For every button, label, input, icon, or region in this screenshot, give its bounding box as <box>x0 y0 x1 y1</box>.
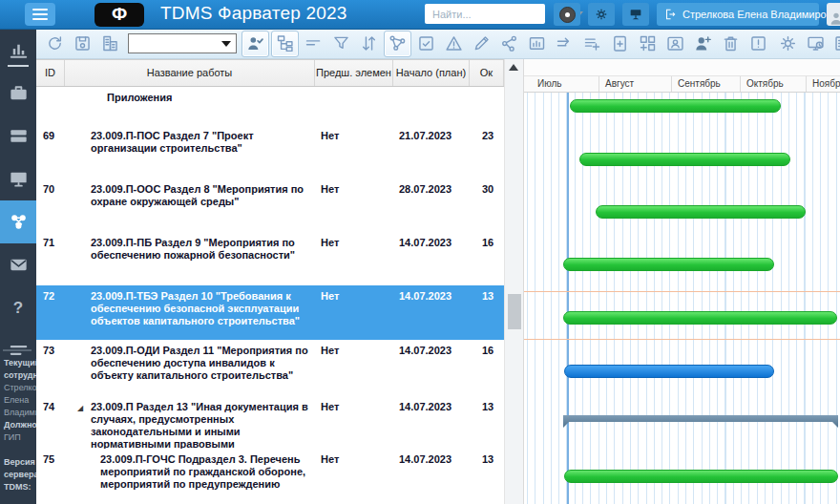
pencil-button[interactable] <box>469 32 494 56</box>
column-header[interactable]: Предш. элемен <box>315 60 393 86</box>
nodes-link-icon <box>388 33 408 53</box>
grid-plus-icon <box>638 33 658 53</box>
sidebar-item-monitor[interactable] <box>0 158 36 200</box>
cell-id: 74 <box>36 396 65 449</box>
sidebar-item-chart-bar[interactable] <box>0 29 36 72</box>
sidebar-info-line: Стрелкова <box>0 382 36 394</box>
chart-doc-button[interactable] <box>524 32 550 56</box>
person-check-icon <box>245 33 265 53</box>
settings-button[interactable] <box>588 3 615 26</box>
presentation-button[interactable] <box>622 3 649 26</box>
gantt-bar-task[interactable] <box>570 99 781 113</box>
save-button[interactable] <box>70 32 95 56</box>
gantt-bar-task[interactable] <box>596 205 806 219</box>
help-icon: ? <box>13 299 23 318</box>
logout-icon <box>663 8 677 21</box>
tdms-window: Ф TDMS Фарватер 2023 Стрелкова Елена Вла… <box>0 0 840 504</box>
gear-button[interactable] <box>775 32 801 56</box>
cell-predecessor: Нет <box>315 285 393 340</box>
filter-combobox[interactable] <box>128 33 237 53</box>
gantt-bar-task[interactable] <box>563 311 837 325</box>
sidebar-item-mail[interactable] <box>0 243 36 286</box>
cell-end-date: 13 <box>470 285 504 340</box>
buildings-button[interactable] <box>97 32 123 56</box>
table-row[interactable]: 7023.009.П-ООС Раздел 8 "Мероприятия по … <box>36 178 504 232</box>
table-row[interactable]: 7523.009.П-ГОЧС Подраздел 3. Перечень ме… <box>36 449 504 504</box>
scrollbar-thumb[interactable] <box>508 294 521 329</box>
column-header[interactable]: Название работы <box>65 60 315 86</box>
list-box-button[interactable] <box>830 32 840 56</box>
table-row[interactable]: 7223.009.П-ТБЭ Раздел 10 "Требования к о… <box>36 285 504 340</box>
cell-name: 23.009.П-ОДИ Раздел 11 "Мероприятия по о… <box>65 340 315 396</box>
table-row[interactable]: Приложения <box>36 87 504 125</box>
refresh-icon <box>45 33 65 53</box>
sidebar-info-line: ГИП <box>0 431 36 444</box>
cell-end-date <box>470 87 504 125</box>
doc-plus-button[interactable] <box>607 32 633 56</box>
cell-name: 23.009.П-ПОС Раздел 7 "Проект организаци… <box>65 125 315 178</box>
cell-id: 72 <box>36 285 65 340</box>
table-row[interactable]: 74◢23.009.П Раздел 13 "Иная документация… <box>36 396 504 449</box>
gantt-month-header: Сентябрь <box>671 76 740 92</box>
person-check-button[interactable] <box>242 31 269 57</box>
table-row[interactable]: 7123.009.П-ПБ Раздел 9 "Мероприятия по о… <box>36 232 504 285</box>
column-header[interactable]: Ок <box>470 60 504 86</box>
task-name-label: 23.009.П-ОДИ Раздел 11 "Мероприятия по о… <box>91 345 308 381</box>
trash-button[interactable] <box>718 32 744 56</box>
avatar[interactable] <box>827 3 840 26</box>
sidebar-info-line: сотрудник <box>0 369 36 382</box>
gantt-bar-task-active[interactable] <box>564 365 774 378</box>
table-header: IDНазвание работыПредш. элеменНачало (пл… <box>36 59 504 87</box>
table-vertical-scrollbar[interactable] <box>504 59 523 504</box>
arrows-right-button[interactable] <box>552 32 578 56</box>
gantt-pane: ИюльАвгустСентябрьОктябрьНоябрь <box>523 59 840 504</box>
align-lines-button[interactable] <box>301 32 326 56</box>
search-input[interactable] <box>425 9 572 20</box>
sort-icon <box>359 33 379 53</box>
monitor-clock-button[interactable] <box>803 32 829 56</box>
task-name-label: 23.009.П-ГОЧС Подраздел 3. Перечень меро… <box>100 453 305 490</box>
sidebar-item-nodes[interactable] <box>0 200 36 243</box>
toolbar <box>36 29 840 59</box>
table-row[interactable]: 6923.009.П-ПОС Раздел 7 "Проект организа… <box>36 125 504 178</box>
cell-id: 73 <box>36 340 65 396</box>
hierarchy-button[interactable] <box>271 31 299 57</box>
record-button[interactable] <box>554 3 580 26</box>
sidebar-item-briefcase[interactable] <box>0 72 36 115</box>
nodes-link-button[interactable] <box>384 31 411 57</box>
hamburger-menu-button[interactable] <box>25 3 55 26</box>
sidebar-item-help[interactable]: ? <box>0 286 36 329</box>
grid-plus-button[interactable] <box>635 32 661 56</box>
table-row[interactable]: 7323.009.П-ОДИ Раздел 11 "Мероприятия по… <box>36 340 504 396</box>
clipboard-check-button[interactable] <box>413 32 439 56</box>
app-title: TDMS Фарватер 2023 <box>160 3 346 24</box>
gantt-bar-task[interactable] <box>564 470 838 483</box>
person-add-icon <box>693 33 713 53</box>
warning-button[interactable] <box>441 32 467 56</box>
record-icon <box>559 7 576 23</box>
expand-icon[interactable]: ◢ <box>77 402 83 414</box>
person-add-button[interactable] <box>690 32 716 56</box>
id-card-button[interactable] <box>662 32 688 56</box>
sidebar-item-server[interactable] <box>0 115 36 158</box>
list-plus-button[interactable] <box>579 32 605 56</box>
column-header[interactable]: Начало (план) <box>393 60 470 86</box>
monitor-icon <box>8 168 30 190</box>
refresh-button[interactable] <box>42 32 68 56</box>
user-session-button[interactable]: Стрелкова Елена Владимировна <box>657 3 819 26</box>
share-nodes-button[interactable] <box>496 32 522 56</box>
filter-button[interactable] <box>328 32 354 56</box>
sidebar-info-line: Елена <box>0 394 36 407</box>
column-header[interactable]: ID <box>36 60 65 86</box>
cell-start-date <box>393 87 470 125</box>
sort-button[interactable] <box>356 32 382 56</box>
gantt-bar-task[interactable] <box>579 153 790 166</box>
cell-predecessor: Нет <box>315 232 393 285</box>
gantt-bar-task[interactable] <box>563 258 774 271</box>
box-exclaim-button[interactable] <box>746 32 771 56</box>
mail-icon <box>8 254 30 276</box>
buildings-icon <box>100 33 120 53</box>
cell-end-date: 13 <box>470 396 504 449</box>
scroll-up-icon[interactable] <box>509 64 518 71</box>
cell-start-date: 14.07.2023 <box>393 449 470 504</box>
